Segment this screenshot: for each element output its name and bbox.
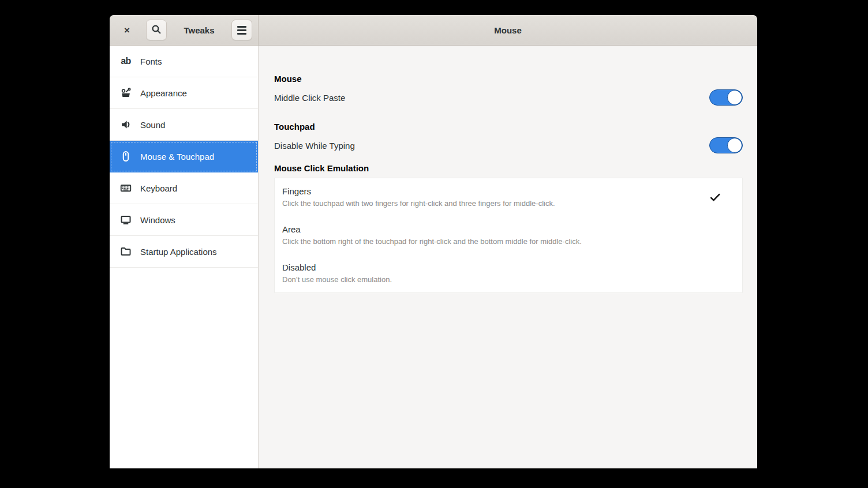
- setting-label: Disable While Typing: [274, 141, 355, 151]
- speaker-icon: [119, 118, 132, 131]
- app-title: Tweaks: [167, 25, 231, 35]
- emulation-option-area[interactable]: Area Click the bottom right of the touch…: [275, 216, 742, 254]
- sidebar-item-label: Fonts: [140, 57, 162, 66]
- section-heading-mouse-click-emulation: Mouse Click Emulation: [274, 163, 743, 174]
- sidebar-item-label: Appearance: [140, 88, 187, 98]
- sidebar-item-fonts[interactable]: ab Fonts: [110, 46, 258, 77]
- headerbar: × Tweaks Mouse: [110, 15, 757, 46]
- close-button[interactable]: ×: [119, 22, 134, 37]
- setting-row-disable-while-typing: Disable While Typing: [274, 137, 743, 153]
- primary-menu-button[interactable]: [231, 20, 252, 40]
- sidebar-item-label: Startup Applications: [140, 247, 217, 257]
- emulation-option-fingers[interactable]: Fingers Click the touchpad with two fing…: [275, 178, 742, 216]
- tweaks-window: × Tweaks Mouse a: [110, 15, 757, 468]
- option-description: Click the bottom right of the touchpad f…: [282, 237, 582, 246]
- headerbar-right: Mouse: [259, 15, 757, 45]
- search-button[interactable]: [146, 20, 167, 40]
- option-description: Click the touchpad with two fingers for …: [282, 198, 555, 208]
- sidebar-item-label: Windows: [140, 215, 175, 225]
- appearance-icon: [119, 87, 132, 99]
- keyboard-icon: [119, 182, 132, 194]
- selected-check-icon: [709, 191, 721, 204]
- search-icon: [151, 24, 162, 36]
- section-heading-mouse: Mouse: [274, 73, 743, 85]
- headerbar-left: × Tweaks: [110, 15, 259, 45]
- sidebar-item-appearance[interactable]: Appearance: [110, 77, 258, 109]
- section-heading-touchpad: Touchpad: [274, 121, 743, 133]
- sidebar-item-sound[interactable]: Sound: [110, 109, 258, 141]
- middle-click-paste-toggle[interactable]: [709, 89, 743, 106]
- sidebar: ab Fonts Appearance: [110, 46, 259, 468]
- mouse-click-emulation-list: Fingers Click the touchpad with two fing…: [274, 178, 743, 293]
- toggle-knob: [727, 90, 742, 105]
- sidebar-item-keyboard[interactable]: Keyboard: [110, 172, 258, 204]
- mouse-settings-panel: Mouse Middle Click Paste Touchpad Disabl…: [259, 46, 757, 468]
- emulation-option-disabled[interactable]: Disabled Don’t use mouse click emulation…: [275, 254, 742, 292]
- disable-while-typing-toggle[interactable]: [709, 137, 743, 153]
- hamburger-menu-icon: [237, 26, 246, 35]
- fonts-ab-icon: ab: [119, 55, 132, 67]
- sidebar-item-label: Mouse & Touchpad: [140, 152, 214, 162]
- sidebar-item-label: Keyboard: [140, 183, 177, 193]
- toggle-knob: [727, 138, 742, 153]
- mouse-icon: [119, 150, 132, 163]
- sidebar-item-windows[interactable]: Windows: [110, 204, 258, 236]
- monitor-icon: [119, 213, 132, 226]
- sidebar-item-startup-applications[interactable]: Startup Applications: [110, 236, 258, 268]
- setting-row-middle-click-paste: Middle Click Paste: [274, 89, 743, 106]
- folder-icon: [119, 245, 132, 258]
- page-title: Mouse: [494, 25, 522, 35]
- setting-label: Middle Click Paste: [274, 93, 345, 103]
- option-title: Disabled: [282, 262, 392, 273]
- option-title: Area: [282, 224, 582, 235]
- option-title: Fingers: [282, 186, 555, 197]
- option-description: Don’t use mouse click emulation.: [282, 275, 392, 284]
- sidebar-item-mouse-touchpad[interactable]: Mouse & Touchpad: [110, 141, 258, 172]
- sidebar-item-label: Sound: [140, 120, 165, 130]
